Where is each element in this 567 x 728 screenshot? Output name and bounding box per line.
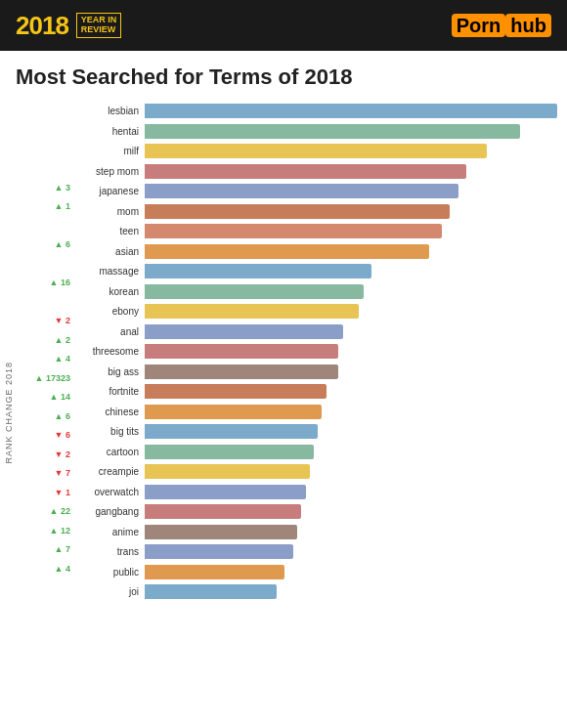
bar-fill (145, 324, 343, 339)
bar-track (145, 284, 557, 299)
rank-cell: ▲ 4 (16, 350, 74, 369)
bar-track (145, 384, 557, 399)
bar-fill (145, 304, 359, 319)
bar-label: anime (74, 527, 145, 537)
bar-fill (145, 344, 338, 359)
logo-porn: Porn (452, 14, 506, 37)
bar-fill (145, 364, 338, 379)
bar-track (145, 104, 557, 118)
bar-label: gangbang (74, 506, 145, 517)
bar-label: mom (74, 206, 145, 217)
bar-track (145, 504, 557, 519)
bar-row: gangbang (74, 502, 557, 522)
bar-fill (145, 144, 487, 158)
bar-track (145, 324, 557, 339)
bar-track (145, 485, 557, 499)
bar-fill (145, 504, 301, 519)
rank-cell (16, 102, 74, 121)
bar-label: korean (74, 286, 145, 297)
rank-cell: ▲ 14 (16, 388, 74, 407)
bar-track (145, 464, 557, 479)
bar-label: overwatch (74, 487, 145, 497)
bar-label: chinese (74, 407, 145, 417)
bar-track (145, 544, 557, 559)
bars-area: lesbianhentaimilfstep momjapanesemomteen… (74, 98, 557, 728)
bar-track (145, 445, 557, 459)
rank-cell: ▲ 12 (16, 521, 74, 540)
rank-cell: ▲ 3 (16, 178, 74, 197)
bar-fill (145, 464, 310, 479)
bar-fill (145, 584, 277, 599)
bar-track (145, 304, 557, 319)
bar-track (145, 164, 557, 179)
bar-fill (145, 424, 318, 439)
bar-row: fortnite (74, 382, 557, 402)
y-axis-label: RANK CHANGE 2018 (4, 362, 14, 464)
bar-track (145, 144, 557, 158)
rank-cell: ▲ 22 (16, 502, 74, 522)
bar-row: milf (74, 142, 557, 161)
rank-cell: ▲ 2 (16, 330, 74, 350)
rank-cell (16, 254, 74, 274)
pornhub-logo: Pornhub (452, 15, 551, 37)
bar-fill (145, 244, 429, 259)
bar-fill (145, 104, 557, 118)
rank-cell: ▲ 16 (16, 274, 74, 293)
bar-track (145, 424, 557, 439)
bar-fill (145, 565, 284, 579)
bar-row: big ass (74, 363, 557, 382)
rank-cell: ▲ 6 (16, 407, 74, 426)
bar-label: threesome (74, 346, 145, 357)
bar-label: creampie (74, 466, 145, 477)
bar-label: ebony (74, 306, 145, 317)
rank-cell (16, 159, 74, 179)
bar-row: ebony (74, 302, 557, 321)
rank-cell: ▲ 7 (16, 540, 74, 560)
bar-track (145, 405, 557, 419)
rank-cell: ▲ 4 (16, 559, 74, 578)
bar-fill (145, 525, 297, 539)
rank-cell: ▼ 7 (16, 464, 74, 484)
year-sub: YEAR INREVIEW (76, 13, 122, 38)
bar-label: big ass (74, 366, 145, 377)
bar-row: lesbian (74, 102, 557, 121)
bar-fill (145, 485, 306, 499)
bar-row: creampie (74, 462, 557, 482)
rank-cell: ▼ 1 (16, 483, 74, 502)
header: 2018 YEAR INREVIEW Pornhub (0, 0, 567, 51)
logo-hub: hub (505, 14, 551, 37)
bar-row: threesome (74, 342, 557, 362)
bar-fill (145, 405, 322, 419)
bar-label: public (74, 567, 145, 578)
bar-row: mom (74, 202, 557, 222)
bar-row: overwatch (74, 483, 557, 502)
rank-cell: ▼ 6 (16, 426, 74, 446)
bar-track (145, 565, 557, 579)
bar-row: trans (74, 542, 557, 562)
bar-fill (145, 445, 314, 459)
bar-fill (145, 284, 364, 299)
bar-track (145, 525, 557, 539)
bar-fill (145, 384, 327, 399)
bar-track (145, 204, 557, 219)
bar-fill (145, 264, 371, 278)
bar-track (145, 364, 557, 379)
bar-row: step mom (74, 162, 557, 182)
main-title: Most Searched for Terms of 2018 (0, 51, 567, 98)
bar-fill (145, 204, 450, 219)
rank-cell: ▲ 1 (16, 197, 74, 217)
rank-cell: ▲ 6 (16, 236, 74, 255)
bar-row: chinese (74, 403, 557, 422)
bar-label: trans (74, 546, 145, 557)
bar-fill (145, 164, 466, 179)
year-badge: 2018 YEAR INREVIEW (16, 11, 121, 41)
bar-label: milf (74, 146, 145, 156)
bar-label: step mom (74, 166, 145, 177)
bar-row: big tits (74, 422, 557, 442)
bar-track (145, 244, 557, 259)
rank-cell: ▲ 17323 (16, 368, 74, 388)
year-text: 2018 (16, 11, 68, 41)
rank-cell (16, 292, 74, 312)
rank-cell (16, 121, 74, 141)
bar-label: joi (74, 586, 145, 597)
